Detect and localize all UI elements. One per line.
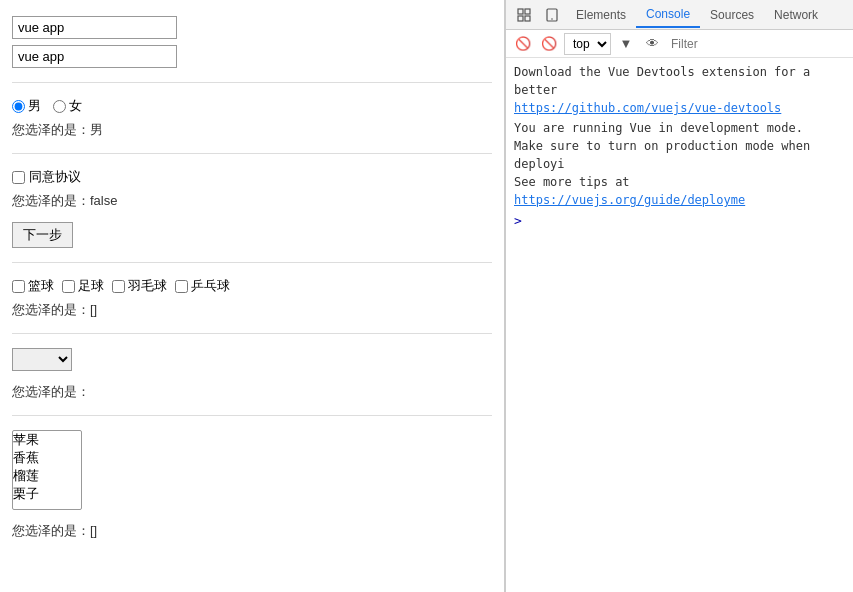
checkbox-basketball[interactable] bbox=[12, 280, 25, 293]
inspect-icon[interactable] bbox=[510, 1, 538, 29]
tab-elements[interactable]: Elements bbox=[566, 3, 636, 27]
device-icon[interactable] bbox=[538, 1, 566, 29]
sports-checkbox-basketball[interactable]: 篮球 bbox=[12, 277, 54, 295]
radio-female[interactable] bbox=[53, 100, 66, 113]
clear-console-btn[interactable]: 🚫 bbox=[538, 33, 560, 55]
list-option-durian: 榴莲 bbox=[13, 467, 81, 485]
tab-sources[interactable]: Sources bbox=[700, 3, 764, 27]
console-message-1: Download the Vue Devtools extension for … bbox=[514, 62, 845, 118]
svg-rect-0 bbox=[518, 9, 523, 14]
console-msg2-line2: Make sure to turn on production mode whe… bbox=[514, 139, 810, 171]
list-option-banana: 香蕉 bbox=[13, 449, 81, 467]
sports-section: 篮球 足球 羽毛球 乒乓球 您选泽的是：[] bbox=[12, 263, 492, 334]
console-toolbar: 🚫 🚫 top ▼ 👁 bbox=[506, 30, 853, 58]
console-msg2-line1: You are running Vue in development mode. bbox=[514, 121, 803, 135]
svg-rect-2 bbox=[518, 16, 523, 21]
console-prompt-line: > bbox=[514, 210, 845, 232]
checkbox-selected-label: 您选泽的是：false bbox=[12, 192, 492, 210]
agreement-checkbox[interactable] bbox=[12, 171, 25, 184]
fruit-list[interactable]: 苹果 香蕉 榴莲 栗子 bbox=[12, 430, 82, 510]
sports-checkbox-group: 篮球 足球 羽毛球 乒乓球 bbox=[12, 277, 492, 295]
dropdown-selected-label: 您选泽的是： bbox=[12, 383, 492, 401]
soccer-label: 足球 bbox=[78, 277, 104, 295]
console-message-1-text: Download the Vue Devtools extension for … bbox=[514, 65, 810, 97]
context-select[interactable]: top bbox=[564, 33, 611, 55]
console-prompt-symbol: > bbox=[514, 213, 522, 228]
checkbox-badminton[interactable] bbox=[112, 280, 125, 293]
text-input-1[interactable] bbox=[12, 16, 177, 39]
agreement-label-text: 同意协议 bbox=[29, 168, 81, 186]
svg-point-5 bbox=[551, 18, 553, 20]
devtools-tabs-bar: Elements Console Sources Network bbox=[506, 0, 853, 30]
checkbox-section: 同意协议 您选泽的是：false 下一步 bbox=[12, 154, 492, 263]
svg-rect-1 bbox=[525, 9, 530, 14]
filter-input[interactable] bbox=[667, 37, 847, 51]
badminton-label: 羽毛球 bbox=[128, 277, 167, 295]
list-selected-label: 您选泽的是：[] bbox=[12, 522, 492, 540]
eye-icon[interactable]: 👁 bbox=[641, 33, 663, 55]
radio-male-label: 男 bbox=[28, 97, 41, 115]
sports-checkbox-badminton[interactable]: 羽毛球 bbox=[112, 277, 167, 295]
next-button[interactable]: 下一步 bbox=[12, 222, 73, 248]
input-section bbox=[12, 8, 492, 83]
console-link-deploy[interactable]: https://vuejs.org/guide/deployme bbox=[514, 193, 745, 207]
basketball-label: 篮球 bbox=[28, 277, 54, 295]
tab-console[interactable]: Console bbox=[636, 2, 700, 28]
agreement-checkbox-label[interactable]: 同意协议 bbox=[12, 168, 492, 186]
left-panel: 男 女 您选泽的是：男 同意协议 您选泽的是：false 下一步 篮球 足球 bbox=[0, 0, 505, 592]
radio-female-label: 女 bbox=[69, 97, 82, 115]
console-link-devtools[interactable]: https://github.com/vuejs/vue-devtools bbox=[514, 101, 781, 115]
stop-recording-btn[interactable]: 🚫 bbox=[512, 33, 534, 55]
radio-section: 男 女 您选泽的是：男 bbox=[12, 83, 492, 154]
list-section: 苹果 香蕉 榴莲 栗子 您选泽的是：[] bbox=[12, 416, 492, 554]
radio-label-female[interactable]: 女 bbox=[53, 97, 82, 115]
radio-male[interactable] bbox=[12, 100, 25, 113]
radio-group: 男 女 bbox=[12, 97, 492, 115]
pingpong-label: 乒乓球 bbox=[191, 277, 230, 295]
list-option-chestnut: 栗子 bbox=[13, 485, 81, 503]
dropdown-section: 苹果 香蕉 榴莲 栗子 您选泽的是： bbox=[12, 334, 492, 416]
tab-network[interactable]: Network bbox=[764, 3, 828, 27]
fruit-dropdown[interactable]: 苹果 香蕉 榴莲 栗子 bbox=[12, 348, 72, 371]
list-option-apple: 苹果 bbox=[13, 431, 81, 449]
radio-selected-label: 您选泽的是：男 bbox=[12, 121, 492, 139]
checkbox-pingpong[interactable] bbox=[175, 280, 188, 293]
sports-checkbox-soccer[interactable]: 足球 bbox=[62, 277, 104, 295]
radio-label-male[interactable]: 男 bbox=[12, 97, 41, 115]
console-message-2: You are running Vue in development mode.… bbox=[514, 118, 845, 210]
checkbox-soccer[interactable] bbox=[62, 280, 75, 293]
text-input-2[interactable] bbox=[12, 45, 177, 68]
console-msg2-line3: See more tips at bbox=[514, 175, 630, 189]
dropdown-arrow[interactable]: ▼ bbox=[615, 33, 637, 55]
sports-checkbox-pingpong[interactable]: 乒乓球 bbox=[175, 277, 230, 295]
devtools-panel: Elements Console Sources Network 🚫 🚫 top… bbox=[505, 0, 853, 592]
console-output: Download the Vue Devtools extension for … bbox=[506, 58, 853, 592]
svg-rect-3 bbox=[525, 16, 530, 21]
sports-selected-label: 您选泽的是：[] bbox=[12, 301, 492, 319]
